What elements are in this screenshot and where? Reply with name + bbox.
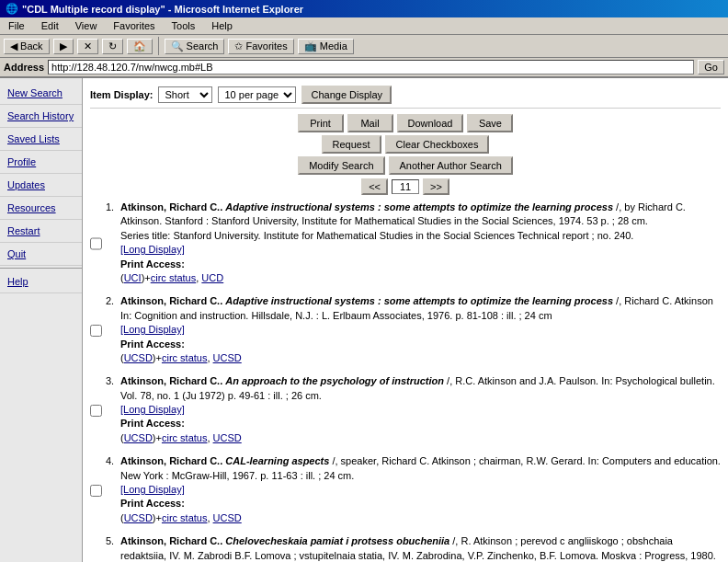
result-3-checkbox[interactable] bbox=[90, 376, 102, 445]
result-3-ucsd2-link[interactable]: UCSD bbox=[213, 432, 242, 443]
result-1-access: (UCI)+circ status, UCD bbox=[120, 272, 223, 283]
item-display-label: Item Display: bbox=[90, 89, 153, 100]
sidebar-item-profile[interactable]: Profile bbox=[0, 151, 82, 174]
title-bar-icon: 🌐 bbox=[6, 3, 18, 15]
result-4-circ-link[interactable]: circ status bbox=[162, 512, 208, 523]
menu-tools[interactable]: Tools bbox=[169, 19, 199, 32]
go-button[interactable]: Go bbox=[698, 60, 724, 75]
result-2-checkbox[interactable] bbox=[90, 296, 102, 365]
result-1-title: Adaptive instructional systems : some at… bbox=[225, 201, 613, 212]
page-input[interactable] bbox=[392, 179, 419, 194]
result-3-title: An approach to the psychology of instruc… bbox=[225, 375, 444, 386]
result-2-long-display[interactable]: [Long Display] bbox=[120, 324, 185, 335]
result-3-long-display[interactable]: [Long Display] bbox=[120, 404, 185, 415]
favorites-button[interactable]: ✩ Favorites bbox=[228, 39, 293, 54]
result-1-checkbox[interactable] bbox=[90, 202, 102, 285]
title-bar: 🌐 "CDL Multiple record display" - Micros… bbox=[0, 0, 728, 17]
result-1-print-access: Print Access: bbox=[120, 258, 185, 270]
result-4-access: (UCSD)+circ status, UCSD bbox=[120, 512, 242, 523]
stop-button[interactable]: ✕ bbox=[77, 39, 98, 54]
result-1-circ-link[interactable]: circ status bbox=[151, 272, 197, 283]
toolbar-separator-1 bbox=[158, 37, 159, 55]
address-bar: Address Go bbox=[0, 58, 728, 78]
table-row: 3. Atkinson, Richard C.. An approach to … bbox=[90, 374, 721, 445]
menu-bar: File Edit View Favorites Tools Help bbox=[0, 17, 728, 35]
per-page-select[interactable]: 10 per page 20 per page 50 per page bbox=[218, 86, 296, 103]
menu-help[interactable]: Help bbox=[209, 19, 235, 32]
result-4-long-display[interactable]: [Long Display] bbox=[120, 484, 185, 495]
result-4-author: Atkinson, Richard C.. bbox=[120, 455, 225, 466]
result-2-number: 2. bbox=[106, 294, 119, 365]
table-row: 2. Atkinson, Richard C.. Adaptive instru… bbox=[90, 294, 721, 365]
sidebar-item-updates[interactable]: Updates bbox=[0, 174, 82, 197]
sidebar-item-resources[interactable]: Resources bbox=[0, 197, 82, 220]
result-3-content: Atkinson, Richard C.. An approach to the… bbox=[120, 374, 721, 445]
next-page-button[interactable]: >> bbox=[423, 178, 449, 195]
sidebar-item-help[interactable]: Help bbox=[0, 270, 82, 293]
result-2-author: Atkinson, Richard C.. bbox=[120, 295, 225, 306]
action-row-1: Print Mail Download Save bbox=[90, 114, 721, 132]
result-1-number: 1. bbox=[106, 201, 119, 285]
result-5-author: Atkinson, Richard C.. bbox=[120, 535, 225, 546]
result-5-number: 5. bbox=[106, 534, 119, 562]
result-4-content: Atkinson, Richard C.. CAL-learning aspec… bbox=[120, 454, 721, 525]
download-button[interactable]: Download bbox=[397, 114, 464, 132]
sidebar-item-restart[interactable]: Restart bbox=[0, 220, 82, 243]
result-5-checkbox[interactable] bbox=[90, 536, 102, 562]
result-1-author: Atkinson, Richard C.. bbox=[120, 201, 225, 212]
sidebar-item-new-search[interactable]: New Search bbox=[0, 82, 82, 105]
result-4-ucsd2-link[interactable]: UCSD bbox=[213, 512, 242, 523]
menu-file[interactable]: File bbox=[6, 19, 28, 32]
result-3-ucsd-link[interactable]: UCSD bbox=[124, 432, 153, 443]
sidebar-item-saved-lists[interactable]: Saved Lists bbox=[0, 128, 82, 151]
result-3-print-access: Print Access: bbox=[120, 418, 185, 429]
refresh-button[interactable]: ↻ bbox=[102, 39, 123, 54]
sidebar-item-quit[interactable]: Quit bbox=[0, 243, 82, 266]
result-2-ucsd2-link[interactable]: UCSD bbox=[213, 352, 242, 363]
prev-page-button[interactable]: << bbox=[361, 178, 388, 195]
table-row: 4. Atkinson, Richard C.. CAL-learning as… bbox=[90, 454, 721, 525]
another-author-search-button[interactable]: Another Author Search bbox=[389, 156, 513, 175]
modify-search-button[interactable]: Modify Search bbox=[298, 156, 384, 175]
search-button[interactable]: 🔍 Search bbox=[165, 39, 225, 54]
result-1-content: Atkinson, Richard C.. Adaptive instructi… bbox=[120, 201, 721, 285]
address-input[interactable] bbox=[48, 60, 694, 75]
address-label: Address bbox=[4, 62, 44, 73]
result-1-uci-link[interactable]: UCI bbox=[124, 272, 142, 283]
home-button[interactable]: 🏠 bbox=[127, 39, 153, 54]
request-button[interactable]: Request bbox=[322, 135, 381, 154]
menu-edit[interactable]: Edit bbox=[39, 19, 62, 32]
change-display-button[interactable]: Change Display bbox=[301, 86, 392, 104]
result-4-ucsd-link[interactable]: UCSD bbox=[124, 512, 153, 523]
toolbar: ◀ Back ▶ ✕ ↻ 🏠 🔍 Search ✩ Favorites 📺 Me… bbox=[0, 35, 728, 58]
menu-favorites[interactable]: Favorites bbox=[110, 19, 157, 32]
print-button[interactable]: Print bbox=[298, 114, 344, 132]
result-2-circ-link[interactable]: circ status bbox=[162, 352, 208, 363]
table-row: 5. Atkinson, Richard C.. Chelovecheskaia… bbox=[90, 534, 721, 562]
result-3-circ-link[interactable]: circ status bbox=[162, 432, 208, 443]
result-3-number: 3. bbox=[106, 374, 119, 445]
action-row-2: Request Clear Checkboxes bbox=[90, 135, 721, 154]
result-2-print-access: Print Access: bbox=[120, 338, 185, 350]
media-button[interactable]: 📺 Media bbox=[298, 39, 354, 54]
table-row: 1. Atkinson, Richard C.. Adaptive instru… bbox=[90, 201, 721, 285]
content-area: Item Display: Short Long MARC 10 per pag… bbox=[83, 78, 728, 562]
result-4-checkbox[interactable] bbox=[90, 456, 102, 525]
clear-checkboxes-button[interactable]: Clear Checkboxes bbox=[385, 135, 490, 154]
save-button[interactable]: Save bbox=[467, 114, 513, 132]
mail-button[interactable]: Mail bbox=[347, 114, 393, 132]
forward-button[interactable]: ▶ bbox=[53, 39, 74, 54]
menu-view[interactable]: View bbox=[73, 19, 100, 32]
result-1-ucd-link[interactable]: UCD bbox=[201, 272, 223, 283]
sidebar-divider bbox=[0, 268, 82, 269]
result-4-title: CAL-learning aspects bbox=[225, 455, 329, 466]
result-2-ucsd-link[interactable]: UCSD bbox=[124, 352, 153, 363]
back-button[interactable]: ◀ Back bbox=[4, 39, 50, 54]
result-2-access: (UCSD)+circ status, UCSD bbox=[120, 352, 242, 363]
result-5-content: Atkinson, Richard C.. Chelovecheskaia pa… bbox=[120, 534, 721, 562]
result-2-title: Adaptive instructional systems : some at… bbox=[225, 295, 613, 306]
sidebar-item-search-history[interactable]: Search History bbox=[0, 105, 82, 128]
result-1-long-display[interactable]: [Long Display] bbox=[120, 244, 185, 255]
result-5-title: Chelovecheskaia pamiat i protsess obuche… bbox=[225, 535, 449, 546]
item-display-select[interactable]: Short Long MARC bbox=[158, 86, 212, 103]
